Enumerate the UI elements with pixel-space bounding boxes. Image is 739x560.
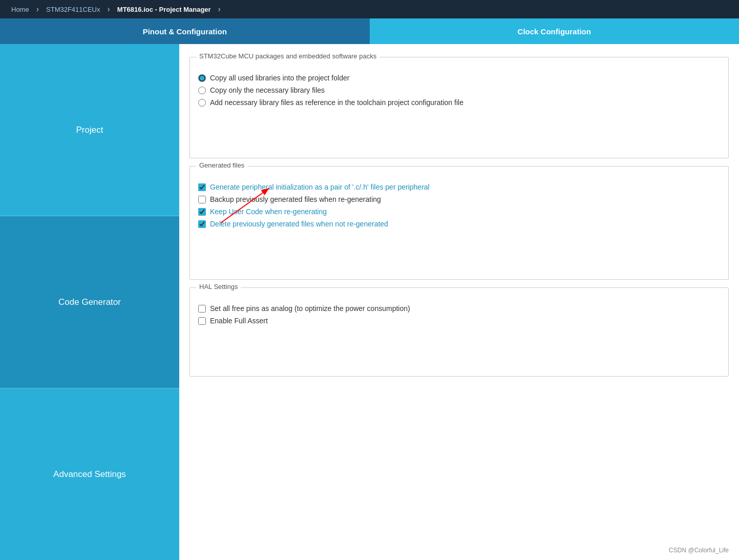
- content-inner: STM32Cube MCU packages and embedded soft…: [179, 44, 739, 377]
- hal-settings-legend: HAL Settings: [196, 283, 241, 291]
- tab-bar: Pinout & Configuration Clock Configurati…: [0, 18, 739, 44]
- breadcrumb-sep-1: ›: [35, 5, 40, 14]
- generated-files-section: Generated files Generate peripheral init…: [189, 166, 729, 280]
- mcu-packages-section: STM32Cube MCU packages and embedded soft…: [189, 57, 729, 158]
- checkbox-full-assert[interactable]: [198, 317, 206, 325]
- option-copy-all: Copy all used libraries into the project…: [198, 74, 720, 82]
- checkbox-keep-user-code[interactable]: [198, 208, 206, 216]
- breadcrumb: Home › STM32F411CEUx › MT6816.ioc - Proj…: [5, 4, 222, 15]
- sidebar: Project Code Generator Advanced Settings: [0, 44, 179, 560]
- option-full-assert: Enable Full Assert: [198, 317, 720, 325]
- label-add-reference: Add necessary library files as reference…: [210, 98, 463, 107]
- radio-copy-necessary[interactable]: [198, 87, 206, 94]
- option-delete-prev: Delete previously generated files when n…: [198, 220, 720, 228]
- label-copy-necessary: Copy only the necessary library files: [210, 86, 325, 94]
- option-keep-user-code: Keep User Code when re-generating: [198, 208, 720, 216]
- attribution: CSDN @Colorful_Life: [669, 547, 729, 554]
- svg-line-1: [221, 188, 269, 223]
- label-gen-peripheral: Generate peripheral initialization as a …: [210, 183, 430, 191]
- checkbox-free-pins-analog[interactable]: [198, 305, 206, 313]
- mcu-packages-legend: STM32Cube MCU packages and embedded soft…: [196, 52, 379, 60]
- checkbox-backup-prev[interactable]: [198, 196, 206, 203]
- radio-add-reference[interactable]: [198, 99, 206, 107]
- sidebar-item-advanced-settings[interactable]: Advanced Settings: [0, 388, 179, 560]
- breadcrumb-sep-2: ›: [107, 5, 111, 14]
- breadcrumb-mcu[interactable]: STM32F411CEUx: [40, 4, 106, 15]
- option-add-reference: Add necessary library files as reference…: [198, 98, 720, 107]
- main-layout: Project Code Generator Advanced Settings…: [0, 44, 739, 560]
- breadcrumb-home[interactable]: Home: [5, 4, 35, 15]
- label-backup-prev: Backup previously generated files when r…: [210, 195, 381, 203]
- label-delete-prev: Delete previously generated files when n…: [210, 220, 388, 228]
- breadcrumb-sep-3: ›: [217, 5, 222, 14]
- breadcrumb-current[interactable]: MT6816.ioc - Project Manager: [111, 4, 217, 15]
- sidebar-item-project[interactable]: Project: [0, 44, 179, 216]
- label-copy-all: Copy all used libraries into the project…: [210, 74, 349, 82]
- label-keep-user-code: Keep User Code when re-generating: [210, 208, 327, 216]
- sidebar-item-code-generator[interactable]: Code Generator: [0, 216, 179, 388]
- tab-pinout[interactable]: Pinout & Configuration: [0, 18, 370, 44]
- option-copy-necessary: Copy only the necessary library files: [198, 86, 720, 94]
- generated-files-legend: Generated files: [196, 161, 247, 169]
- content-area: STM32Cube MCU packages and embedded soft…: [179, 44, 739, 560]
- option-gen-peripheral: Generate peripheral initialization as a …: [198, 183, 720, 191]
- checkbox-gen-peripheral[interactable]: [198, 183, 206, 191]
- checkbox-delete-prev[interactable]: [198, 220, 206, 228]
- label-free-pins-analog: Set all free pins as analog (to optimize…: [210, 304, 410, 313]
- option-backup-prev: Backup previously generated files when r…: [198, 195, 720, 203]
- label-full-assert: Enable Full Assert: [210, 317, 268, 325]
- tab-clock[interactable]: Clock Configuration: [370, 18, 740, 44]
- option-free-pins-analog: Set all free pins as analog (to optimize…: [198, 304, 720, 313]
- top-nav-bar: Home › STM32F411CEUx › MT6816.ioc - Proj…: [0, 0, 739, 18]
- radio-copy-all[interactable]: [198, 74, 206, 82]
- hal-settings-section: HAL Settings Set all free pins as analog…: [189, 287, 729, 377]
